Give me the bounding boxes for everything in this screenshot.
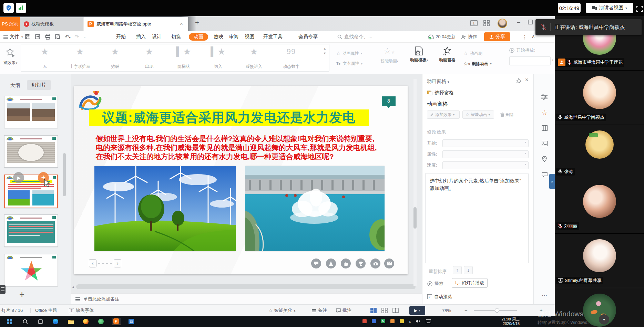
collapse-sidebar-handle[interactable] xyxy=(0,285,6,294)
sidebar-scrollbar[interactable] xyxy=(63,153,66,196)
slide-8[interactable]: 8 议题:威海更适合采用风力发电还是水力发电 假如世界上没有电,我们的生活会是什… xyxy=(74,86,408,274)
menu-tab-membership[interactable]: 会员专享 xyxy=(297,33,319,41)
tab-slides[interactable]: 幻灯片 xyxy=(27,80,51,90)
menu-tab-design[interactable]: 设计 xyxy=(151,33,163,41)
gallery-item-slow-enter[interactable]: ★缓慢进入 xyxy=(238,47,269,70)
canvas-vscrollbar[interactable] xyxy=(413,207,417,229)
slide-thumb-7[interactable] xyxy=(4,96,58,128)
strip-more-icon[interactable]: ⋯ xyxy=(540,291,549,299)
start-field[interactable]: ▾ xyxy=(442,139,529,147)
map-pin-icon[interactable] xyxy=(540,155,549,163)
menu-tab-devtools[interactable]: 开发工具 xyxy=(262,33,284,41)
tray-red-icon[interactable] xyxy=(362,319,367,323)
toolbar-more-icon[interactable]: ⌄ xyxy=(83,35,86,41)
comments-toggle-button[interactable]: 批注 xyxy=(336,305,351,316)
add-slide-button[interactable]: + xyxy=(19,289,24,300)
participant-tile[interactable]: 张涛 xyxy=(555,125,644,179)
taskbar-clock[interactable]: 21:08 周三2020/4/15 xyxy=(485,317,520,326)
redo-icon[interactable]: ↷ xyxy=(75,34,79,41)
normal-view-icon[interactable] xyxy=(370,308,377,313)
slide-thumb-8[interactable] xyxy=(4,135,58,168)
minimize-icon[interactable]: − xyxy=(517,19,521,26)
start-button[interactable] xyxy=(5,318,14,325)
command-search[interactable]: 查找命令、... xyxy=(336,33,374,41)
animation-properties-button[interactable]: ☆动画属性▾ xyxy=(336,49,362,58)
next-element-button[interactable]: › xyxy=(114,259,121,267)
green-app-icon[interactable] xyxy=(96,318,105,325)
collaborate-button[interactable]: 协作 xyxy=(460,33,478,41)
slide-thumb-10[interactable] xyxy=(4,214,58,247)
zoom-slider-thumb[interactable] xyxy=(495,308,499,313)
reorder-up-button[interactable]: ↑ xyxy=(453,266,462,274)
volume-icon[interactable] xyxy=(416,319,421,323)
theme-name[interactable]: Office 主题 xyxy=(35,305,57,316)
envelope-icon[interactable] xyxy=(384,259,394,268)
effects-star-icon[interactable]: ☆ xyxy=(540,108,549,117)
delete-animation-button[interactable]: ☆×删除动画▾ xyxy=(463,61,492,67)
scroll-participants-down-button[interactable]: ▾ xyxy=(599,314,609,325)
single-window-icon[interactable]: 1 xyxy=(470,20,479,28)
menu-tab-home[interactable]: 开始 xyxy=(115,33,127,41)
menu-tab-view[interactable]: 视图 xyxy=(243,33,256,41)
firefox-browser-icon[interactable] xyxy=(81,318,90,325)
slide-play-button[interactable]: 幻灯片播放 xyxy=(452,278,488,288)
more-menu-icon[interactable]: ⋮ xyxy=(522,34,528,40)
slide-title-highlight[interactable]: 议题:威海更适合采用风力发电还是水力发电 xyxy=(89,109,369,126)
file-menu[interactable]: 文件∨ xyxy=(2,33,25,41)
participant-tile[interactable]: 威海世昌中学尚颖杰 xyxy=(555,71,644,125)
blue-app-icon[interactable]: ▤ xyxy=(127,318,136,325)
tray-orange-icon[interactable] xyxy=(390,319,395,323)
gallery-item-cross-expand[interactable]: ★十字形扩展 xyxy=(64,47,95,70)
close-tab-icon[interactable]: × xyxy=(180,21,183,27)
prev-element-button[interactable]: ‹ xyxy=(89,259,96,267)
gallery-scroll-controls[interactable]: ▲▼☰ xyxy=(323,46,326,61)
comment-bubble-icon[interactable] xyxy=(311,259,321,268)
grid-view-icon[interactable] xyxy=(381,308,388,313)
participant-tile[interactable]: Shmily.的屏幕共享 xyxy=(555,234,644,288)
tray-note-icon[interactable]: N xyxy=(381,319,385,323)
presenter-view-button[interactable]: 演讲者视图 ▾ xyxy=(586,3,633,13)
menu-tab-slideshow[interactable]: 放映 xyxy=(212,33,225,41)
tray-blue-icon[interactable] xyxy=(372,319,376,323)
save-icon[interactable] xyxy=(25,34,31,41)
thumb-play-overlay-button[interactable]: ▶ xyxy=(13,172,24,183)
task-view-icon[interactable] xyxy=(36,318,45,325)
cloud-sync-status[interactable]: 20:04更新 xyxy=(427,33,457,41)
speed-field[interactable]: ▾ xyxy=(442,161,529,169)
canvas-hscrollbar[interactable] xyxy=(76,284,416,289)
notes-toggle-button[interactable]: 备注 xyxy=(312,305,327,316)
export-icon[interactable] xyxy=(35,34,41,41)
animation-brush-button[interactable]: ☆动画刷 xyxy=(463,49,482,58)
animation-pane-button[interactable]: 动画窗格 xyxy=(435,46,460,63)
participant-tile[interactable]: 刘丽丽 xyxy=(555,179,644,234)
smart-animation-button[interactable]: ☆☆ 智能动画▾ xyxy=(377,46,401,64)
image-gallery-icon[interactable] xyxy=(540,139,549,148)
shield-icon[interactable] xyxy=(3,3,14,13)
add-effect-button[interactable]: 添加效果▾ xyxy=(427,110,460,119)
zoom-out-icon[interactable]: − xyxy=(464,307,468,313)
print-icon[interactable] xyxy=(45,34,51,41)
animation-template-button[interactable]: 动画模板▾ xyxy=(406,46,432,63)
chat-help-icon[interactable] xyxy=(540,170,549,179)
reading-view-icon[interactable] xyxy=(392,308,399,313)
gallery-item-stairs[interactable]: ▍★阶梯状 xyxy=(168,47,199,70)
menu-tab-animation[interactable]: 动画 xyxy=(189,33,208,41)
slide-thumb-11[interactable] xyxy=(4,254,58,286)
tab-wps-home[interactable]: PS 演示 xyxy=(0,17,20,31)
smart-beautify-button[interactable]: ☆ 智能美化▴ xyxy=(269,305,295,316)
menu-tab-transition[interactable]: 切换 xyxy=(170,33,182,41)
workspace-grid-icon[interactable] xyxy=(483,20,490,28)
properties-sliders-icon[interactable] xyxy=(540,93,549,101)
fullscreen-icon[interactable] xyxy=(636,6,643,14)
taskbar-search-icon[interactable] xyxy=(21,318,30,325)
reorder-down-button[interactable]: ↓ xyxy=(464,266,473,274)
gallery-item-appear[interactable]: ★出现 xyxy=(134,47,165,70)
close-pane-icon[interactable]: × xyxy=(525,77,528,83)
preview-effects-button[interactable]: 览效果▾ xyxy=(3,48,18,66)
thumbs-up-icon[interactable] xyxy=(341,259,351,268)
tab-outline[interactable]: 大纲 xyxy=(10,83,20,89)
delete-effect-button[interactable]: 删除 xyxy=(498,110,519,119)
file-explorer-icon[interactable] xyxy=(66,318,75,325)
expand-panel-handle[interactable]: » xyxy=(549,174,555,189)
menu-tab-review[interactable]: 审阅 xyxy=(227,33,240,41)
